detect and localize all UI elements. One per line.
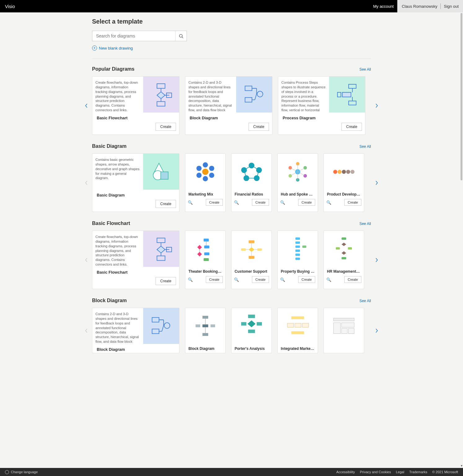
- see-all-link[interactable]: See All: [359, 67, 371, 72]
- svg-rect-6: [245, 97, 252, 102]
- svg-rect-77: [202, 324, 208, 327]
- svg-rect-87: [287, 323, 293, 327]
- template-card[interactable]: Marketing Mix 🔍 Create: [185, 153, 226, 212]
- template-thumbnail: [278, 308, 318, 344]
- section-title: Basic Flowchart: [92, 221, 130, 226]
- svg-rect-67: [302, 245, 306, 248]
- svg-rect-71: [342, 257, 346, 259]
- see-all-link[interactable]: See All: [359, 144, 371, 149]
- create-button[interactable]: Create: [298, 199, 315, 206]
- svg-point-15: [203, 162, 208, 167]
- template-card[interactable]: Create flowcharts, top-down diagrams, in…: [92, 231, 179, 289]
- svg-point-18: [203, 176, 208, 181]
- template-title: HR Management Process: [324, 267, 364, 275]
- search-box: [92, 31, 187, 41]
- my-account-link[interactable]: My account: [369, 0, 397, 12]
- section-title: Block Diagram: [92, 298, 127, 303]
- template-title: Basic Diagram: [92, 190, 179, 199]
- app-name: Visio: [5, 4, 15, 9]
- search-input[interactable]: [92, 31, 175, 41]
- zoom-icon[interactable]: 🔍: [234, 200, 239, 205]
- scrollbar-thumb[interactable]: [461, 13, 462, 180]
- template-card[interactable]: Contains basic geometric shapes, arrow s…: [92, 153, 179, 212]
- template-card[interactable]: Integrated Marketing Strategy Block Diag…: [277, 308, 318, 353]
- svg-point-29: [303, 174, 307, 177]
- create-button[interactable]: Create: [156, 123, 176, 131]
- create-button[interactable]: Create: [156, 200, 176, 208]
- chevron-right-icon[interactable]: [373, 102, 380, 109]
- svg-rect-49: [204, 252, 209, 255]
- plus-circle-icon: +: [92, 46, 97, 51]
- create-button[interactable]: Create: [206, 199, 223, 206]
- template-thumbnail: [143, 77, 179, 112]
- template-description: Contains 2-D and 3-D shapes and directio…: [92, 308, 143, 344]
- svg-point-43: [351, 170, 355, 174]
- chevron-right-icon[interactable]: [373, 327, 380, 334]
- sign-out-link[interactable]: Sign out: [444, 4, 459, 9]
- zoom-icon[interactable]: 🔍: [280, 277, 285, 282]
- see-all-link[interactable]: See All: [359, 222, 371, 226]
- template-card[interactable]: Theater Booking Process 🔍 Create: [185, 231, 226, 289]
- svg-rect-82: [241, 322, 246, 325]
- see-all-link[interactable]: See All: [359, 299, 371, 303]
- template-card[interactable]: Block Diagram: [185, 308, 226, 353]
- zoom-icon[interactable]: 🔍: [234, 277, 239, 282]
- create-button[interactable]: Create: [298, 276, 315, 283]
- svg-rect-65: [295, 253, 300, 256]
- new-blank-drawing[interactable]: + New blank drawing: [92, 46, 133, 51]
- zoom-icon[interactable]: 🔍: [280, 200, 285, 205]
- template-thumbnail: [143, 231, 179, 267]
- account-region: Claus Romanowsky Sign out: [397, 0, 463, 12]
- create-button[interactable]: Create: [249, 123, 269, 131]
- svg-rect-5: [245, 86, 252, 90]
- svg-rect-86: [291, 316, 304, 319]
- create-button[interactable]: Create: [344, 199, 361, 206]
- template-card[interactable]: Hub and Spoke Model 🔍 Create: [277, 153, 318, 212]
- template-card[interactable]: Customer Support 🔍 Create: [231, 231, 272, 289]
- template-card[interactable]: Create flowcharts, top-down diagrams, in…: [92, 76, 179, 135]
- svg-rect-53: [249, 240, 254, 243]
- svg-point-42: [346, 170, 350, 174]
- svg-rect-64: [295, 249, 300, 252]
- template-title: Process Diagram: [278, 112, 365, 121]
- template-card[interactable]: Contains Process Steps shapes to illustr…: [278, 76, 365, 135]
- chevron-left-icon[interactable]: [83, 102, 90, 109]
- template-card[interactable]: Porter's Analysis: [231, 308, 272, 353]
- separator: [440, 3, 441, 9]
- template-thumbnail: [232, 154, 271, 190]
- chevron-right-icon[interactable]: [373, 256, 380, 264]
- section-basic-diagram: Basic Diagram See All Contains basic geo…: [92, 143, 371, 212]
- svg-rect-92: [333, 323, 340, 333]
- template-title: Financial Ratios: [232, 190, 271, 198]
- zoom-icon[interactable]: 🔍: [326, 277, 331, 282]
- create-button[interactable]: Create: [156, 277, 176, 285]
- chevron-left-icon: [83, 256, 90, 264]
- zoom-icon[interactable]: 🔍: [188, 200, 193, 205]
- template-thumbnail: [324, 308, 364, 344]
- svg-rect-68: [342, 237, 346, 240]
- create-button[interactable]: Create: [206, 276, 223, 283]
- create-button[interactable]: Create: [344, 276, 361, 283]
- template-card[interactable]: HR Management Process 🔍 Create: [324, 231, 364, 289]
- create-button[interactable]: Create: [252, 276, 269, 283]
- svg-rect-8: [349, 84, 356, 88]
- svg-rect-84: [248, 329, 255, 333]
- chevron-left-icon: [83, 179, 90, 187]
- svg-rect-72: [152, 317, 159, 322]
- svg-rect-70: [348, 247, 352, 249]
- template-thumbnail: [185, 308, 225, 344]
- template-card[interactable]: [324, 308, 364, 353]
- chevron-right-icon[interactable]: [373, 179, 380, 187]
- template-card[interactable]: Property Buying Flowch… 🔍 Create: [277, 231, 318, 289]
- template-card[interactable]: Product Development 🔍 Create: [324, 153, 364, 212]
- template-card[interactable]: Contains 2-D and 3-D shapes and directio…: [185, 76, 272, 135]
- create-button[interactable]: Create: [342, 123, 362, 131]
- create-button[interactable]: Create: [252, 199, 269, 206]
- zoom-icon[interactable]: 🔍: [326, 200, 331, 205]
- zoom-icon[interactable]: 🔍: [188, 277, 193, 282]
- svg-point-28: [303, 166, 307, 169]
- template-title: Integrated Marketing Strategy Block Diag…: [278, 344, 318, 352]
- template-card[interactable]: Contains 2-D and 3-D shapes and directio…: [92, 308, 179, 353]
- template-card[interactable]: Financial Ratios 🔍 Create: [231, 153, 272, 212]
- search-button[interactable]: [175, 31, 187, 41]
